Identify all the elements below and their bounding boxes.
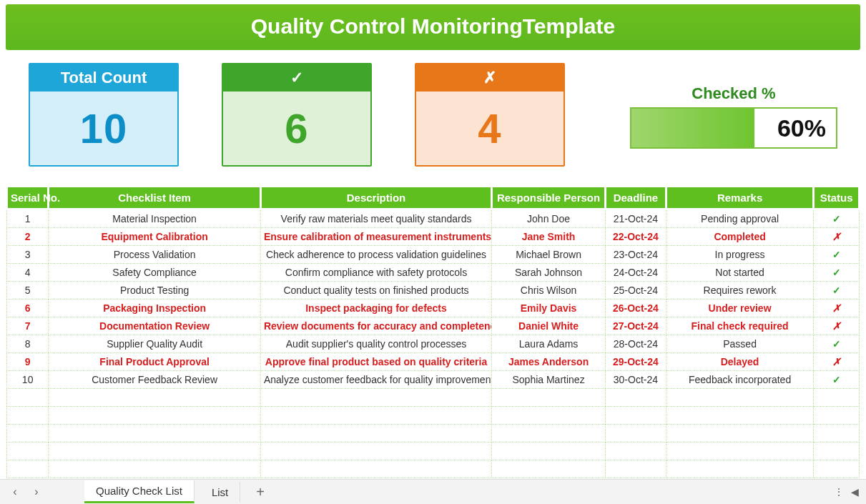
cell-status[interactable]: ✗ (814, 228, 860, 246)
cell-serial[interactable]: 3 (7, 246, 49, 264)
table-row[interactable]: 4Safety ComplianceConfirm compliance wit… (7, 264, 860, 282)
cell-deadline[interactable]: 30-Oct-24 (606, 371, 666, 389)
empty-cell[interactable] (260, 389, 491, 407)
empty-cell[interactable] (7, 389, 49, 407)
cell-desc[interactable]: Conduct quality tests on finished produc… (260, 282, 491, 300)
empty-cell[interactable] (49, 425, 261, 443)
cell-item[interactable]: Equipment Calibration (49, 228, 261, 246)
tab-nav-next[interactable]: › (29, 485, 44, 498)
cell-item[interactable]: Process Validation (49, 246, 261, 264)
empty-cell[interactable] (666, 443, 814, 460)
empty-cell[interactable] (814, 425, 860, 443)
cell-serial[interactable]: 8 (7, 335, 49, 353)
cell-person[interactable]: Michael Brown (492, 246, 606, 264)
cell-status[interactable]: ✓ (814, 246, 860, 264)
empty-cell[interactable] (814, 443, 860, 460)
header-desc[interactable]: Description (260, 187, 491, 209)
cell-remarks[interactable]: Pending approval (666, 209, 814, 228)
empty-cell[interactable] (492, 460, 606, 478)
cell-desc[interactable]: Check adherence to process validation gu… (260, 246, 491, 264)
header-item[interactable]: Checklist Item (49, 187, 261, 209)
empty-cell[interactable] (492, 425, 606, 443)
cell-status[interactable]: ✗ (814, 300, 860, 317)
cell-status[interactable]: ✓ (814, 209, 860, 228)
cell-desc[interactable]: Audit supplier's quality control process… (260, 335, 491, 353)
tab-list[interactable]: List (200, 482, 240, 503)
more-options-icon[interactable]: ⋮ (834, 486, 844, 498)
header-deadline[interactable]: Deadline (606, 187, 666, 209)
cell-serial[interactable]: 5 (7, 282, 49, 300)
cell-desc[interactable]: Inspect packaging for defects (260, 300, 491, 317)
empty-cell[interactable] (666, 389, 814, 407)
cell-serial[interactable]: 9 (7, 353, 49, 371)
cell-item[interactable]: Documentation Review (49, 317, 261, 335)
cell-item[interactable]: Product Testing (49, 282, 261, 300)
table-row[interactable]: 1Material InspectionVerify raw materials… (7, 209, 860, 228)
cell-deadline[interactable]: 28-Oct-24 (606, 335, 666, 353)
header-serial[interactable]: Serial No. (7, 187, 49, 209)
empty-cell[interactable] (814, 407, 860, 425)
empty-cell[interactable] (492, 407, 606, 425)
cell-remarks[interactable]: Completed (666, 228, 814, 246)
add-sheet-button[interactable]: + (246, 484, 275, 500)
header-remarks[interactable]: Remarks (666, 187, 814, 209)
cell-remarks[interactable]: Passed (666, 335, 814, 353)
cell-serial[interactable]: 4 (7, 264, 49, 282)
empty-cell[interactable] (49, 460, 261, 478)
cell-serial[interactable]: 2 (7, 228, 49, 246)
cell-serial[interactable]: 10 (7, 371, 49, 389)
cell-deadline[interactable]: 22-Oct-24 (606, 228, 666, 246)
cell-desc[interactable]: Review documents for accuracy and comple… (260, 317, 491, 335)
empty-cell[interactable] (814, 389, 860, 407)
cell-remarks[interactable]: Feedback incorporated (666, 371, 814, 389)
cell-person[interactable]: Emily Davis (492, 300, 606, 317)
cell-remarks[interactable]: Final check required (666, 317, 814, 335)
empty-cell[interactable] (666, 425, 814, 443)
tab-quality-check-list[interactable]: Quality Check List (84, 480, 195, 503)
table-row-empty[interactable] (7, 425, 860, 443)
empty-cell[interactable] (606, 443, 666, 460)
cell-status[interactable]: ✓ (814, 371, 860, 389)
cell-item[interactable]: Customer Feedback Review (49, 371, 261, 389)
table-row[interactable]: 9Final Product ApprovalApprove final pro… (7, 353, 860, 371)
empty-cell[interactable] (666, 407, 814, 425)
table-row[interactable]: 7Documentation ReviewReview documents fo… (7, 317, 860, 335)
empty-cell[interactable] (814, 460, 860, 478)
cell-serial[interactable]: 6 (7, 300, 49, 317)
empty-cell[interactable] (606, 425, 666, 443)
collapse-left-icon[interactable]: ◀ (851, 486, 859, 498)
table-row[interactable]: 6Packaging InspectionInspect packaging f… (7, 300, 860, 317)
empty-cell[interactable] (606, 389, 666, 407)
cell-person[interactable]: John Doe (492, 209, 606, 228)
checklist-table[interactable]: Serial No. Checklist Item Description Re… (6, 185, 860, 478)
cell-deadline[interactable]: 25-Oct-24 (606, 282, 666, 300)
table-row[interactable]: 3Process ValidationCheck adherence to pr… (7, 246, 860, 264)
cell-person[interactable]: Jane Smith (492, 228, 606, 246)
cell-remarks[interactable]: Not started (666, 264, 814, 282)
tab-nav-prev[interactable]: ‹ (7, 485, 23, 498)
empty-cell[interactable] (606, 407, 666, 425)
cell-item[interactable]: Packaging Inspection (49, 300, 261, 317)
empty-cell[interactable] (49, 389, 261, 407)
empty-cell[interactable] (606, 460, 666, 478)
empty-cell[interactable] (260, 443, 491, 460)
cell-item[interactable]: Supplier Quality Audit (49, 335, 261, 353)
empty-cell[interactable] (260, 425, 491, 443)
cell-status[interactable]: ✓ (814, 335, 860, 353)
table-row-empty[interactable] (7, 443, 860, 460)
cell-remarks[interactable]: Delayed (666, 353, 814, 371)
cell-deadline[interactable]: 27-Oct-24 (606, 317, 666, 335)
table-row-empty[interactable] (7, 389, 860, 407)
empty-cell[interactable] (492, 389, 606, 407)
cell-person[interactable]: James Anderson (492, 353, 606, 371)
cell-remarks[interactable]: Requires rework (666, 282, 814, 300)
empty-cell[interactable] (260, 407, 491, 425)
cell-item[interactable]: Safety Compliance (49, 264, 261, 282)
cell-person[interactable]: Sophia Martinez (492, 371, 606, 389)
cell-desc[interactable]: Verify raw materials meet quality standa… (260, 209, 491, 228)
cell-desc[interactable]: Approve final product based on quality c… (260, 353, 491, 371)
cell-deadline[interactable]: 21-Oct-24 (606, 209, 666, 228)
cell-deadline[interactable]: 29-Oct-24 (606, 353, 666, 371)
empty-cell[interactable] (260, 460, 491, 478)
cell-person[interactable]: Chris Wilson (492, 282, 606, 300)
